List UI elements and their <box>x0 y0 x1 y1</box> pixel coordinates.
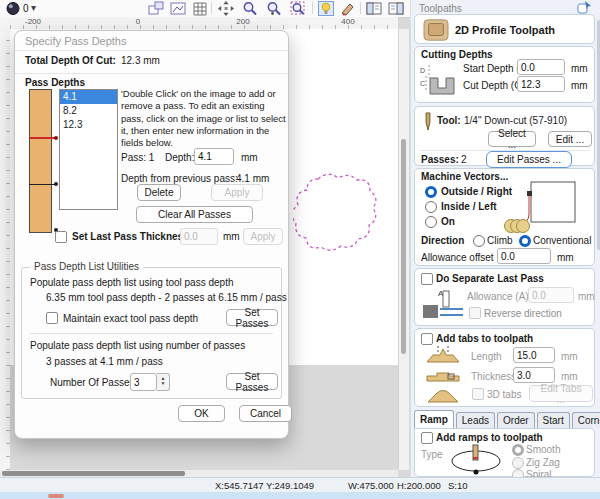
inside-left-label: Inside / Left <box>441 201 497 212</box>
preview-lightbulb-icon[interactable] <box>318 1 334 16</box>
zoom-in-icon[interactable] <box>266 1 282 16</box>
selected-vector-outline[interactable] <box>293 167 383 262</box>
ruler-label: 400 <box>341 17 354 26</box>
separate-last-pass-section: Do Separate Last Pass A Allowance (A) mm… <box>414 268 595 326</box>
last-pass-thickness-input[interactable] <box>180 228 218 245</box>
canvas-vertical-scrollbar[interactable] <box>398 29 409 470</box>
pass-handle[interactable] <box>54 136 58 140</box>
cutting-depths-section: Cutting Depths DC Start Depth (D) mm Cut… <box>414 46 595 103</box>
add-tabs-section: Add tabs to toolpath Length mm Thickness… <box>414 328 595 407</box>
panel-layout-right-icon[interactable] <box>388 1 404 16</box>
zoom-objects-icon[interactable] <box>148 1 164 16</box>
allowance-offset-label: Allowance offset <box>421 252 494 263</box>
pass-depth-list[interactable]: 4.1 8.2 12.3 <box>59 89 118 210</box>
machine-vectors-diagram <box>501 179 585 235</box>
zoom-drawing-icon[interactable] <box>170 1 186 16</box>
toolbar-separator <box>312 2 313 14</box>
add-ramps-checkbox[interactable] <box>421 432 433 444</box>
tool-label: Tool: <box>437 115 461 126</box>
conventional-radio[interactable] <box>519 235 531 247</box>
horizontal-scrollbar-thumb[interactable] <box>2 471 185 476</box>
climb-radio[interactable] <box>473 235 485 247</box>
job-height: H:200.000 <box>397 480 441 491</box>
cut-depth-label: Cut Depth (C) <box>463 80 525 91</box>
depth-input[interactable] <box>194 148 234 165</box>
pin-panel-icon[interactable] <box>577 1 591 14</box>
list-item[interactable]: 12.3 <box>60 118 117 132</box>
tab-order[interactable]: Order <box>497 412 535 428</box>
edit-passes-button[interactable]: Edit Passes ... <box>486 151 572 168</box>
depth-unit: mm <box>241 152 258 163</box>
tab-start-at[interactable]: Start At <box>537 412 570 428</box>
delete-button[interactable]: Delete <box>137 184 181 201</box>
ramp-tab-content: Add ramps to toolpath Type Smooth Zig Za… <box>414 428 595 477</box>
pass-line-selected[interactable] <box>29 137 57 139</box>
group-title: Pass Depth List Utilities <box>30 261 143 272</box>
inside-left-radio[interactable] <box>425 201 437 213</box>
prev-pass-label: Depth from previous pass: <box>121 173 238 184</box>
set-last-pass-checkbox[interactable] <box>55 231 67 243</box>
quantity-stepper[interactable]: ▲ ▼ <box>157 373 170 391</box>
spinner-down-icon[interactable]: ▼ <box>161 380 166 386</box>
tab-ramp[interactable]: Ramp <box>414 410 454 428</box>
add-tabs-checkbox[interactable] <box>421 333 433 345</box>
panel-layout-left-icon[interactable] <box>366 1 382 16</box>
maintain-exact-label: Maintain exact tool pass depth <box>63 313 198 324</box>
cut-depth-input[interactable] <box>517 76 565 92</box>
3d-tabs-checkbox[interactable] <box>472 388 484 400</box>
cancel-button[interactable]: Cancel <box>239 405 292 422</box>
snap-sphere-icon[interactable] <box>6 1 20 16</box>
tool-select-button[interactable]: Select ... <box>488 131 536 147</box>
zoom-selected-icon[interactable] <box>290 1 306 16</box>
allowance-offset-input[interactable] <box>497 248 551 264</box>
ok-button[interactable]: OK <box>178 405 225 422</box>
number-of-passes-input[interactable] <box>130 373 157 391</box>
tab-corners[interactable]: Corners <box>572 412 600 428</box>
material-pass-diagram[interactable] <box>29 89 52 233</box>
last-pass-unit: mm <box>223 231 240 242</box>
maintain-exact-checkbox[interactable] <box>46 312 58 324</box>
pass-line[interactable] <box>29 184 57 185</box>
ramp-smooth-radio[interactable] <box>512 444 524 456</box>
instructions-text: 'Double Click' on the image to add or re… <box>121 88 286 150</box>
grid-icon[interactable] <box>192 1 208 16</box>
svg-text:C: C <box>420 80 425 87</box>
clear-all-passes-button[interactable]: Clear All Passes <box>136 206 253 223</box>
zoom-box-icon[interactable] <box>242 1 258 16</box>
conventional-label: Conventional <box>533 235 591 246</box>
panel-title: Toolpaths <box>419 3 462 14</box>
outside-right-radio[interactable] <box>425 186 437 198</box>
reverse-direction-label: Reverse direction <box>484 308 562 319</box>
chevron-down-icon[interactable]: ▾ <box>31 2 36 13</box>
set-passes-count-button[interactable]: Set Passes <box>226 373 278 390</box>
passes-value: 2 <box>461 154 467 165</box>
list-item[interactable]: 4.1 <box>60 90 117 104</box>
apply-button[interactable]: Apply <box>211 184 263 201</box>
last-pass-allowance-icon: A <box>423 287 463 321</box>
count-detail: 3 passes at 4.1 mm / pass <box>46 356 163 367</box>
tool-pass-line: Populate pass depth list using tool pass… <box>30 277 233 288</box>
ramp-zigzag-radio[interactable] <box>512 457 524 469</box>
pan-icon[interactable] <box>218 1 234 16</box>
engrave-tool-icon[interactable] <box>340 1 356 16</box>
on-radio[interactable] <box>425 216 437 228</box>
pass-handle[interactable] <box>54 182 58 186</box>
tab-thickness-input[interactable] <box>513 367 555 383</box>
set-passes-tool-button[interactable]: Set Passes <box>226 309 278 326</box>
vertical-scrollbar-thumb[interactable] <box>401 139 406 354</box>
reverse-direction-checkbox[interactable] <box>469 307 481 319</box>
tab-length-unit: mm <box>561 351 578 362</box>
climb-label: Climb <box>487 235 513 246</box>
tab-leads[interactable]: Leads <box>456 412 495 428</box>
last-pass-apply-button[interactable]: Apply <box>243 228 283 245</box>
tab-thickness-unit: mm <box>561 371 578 382</box>
tool-edit-button[interactable]: Edit ... <box>548 131 592 147</box>
last-pass-allowance-input[interactable] <box>528 287 574 303</box>
list-item[interactable]: 8.2 <box>60 104 117 118</box>
tab-thickness-label: Thickness <box>471 371 516 382</box>
separate-last-pass-checkbox[interactable] <box>421 273 433 285</box>
canvas-horizontal-scrollbar[interactable] <box>0 470 398 477</box>
tab-length-input[interactable] <box>513 347 555 363</box>
edit-tabs-button[interactable]: Edit Tabs ... <box>529 385 593 402</box>
start-depth-input[interactable] <box>517 59 565 75</box>
